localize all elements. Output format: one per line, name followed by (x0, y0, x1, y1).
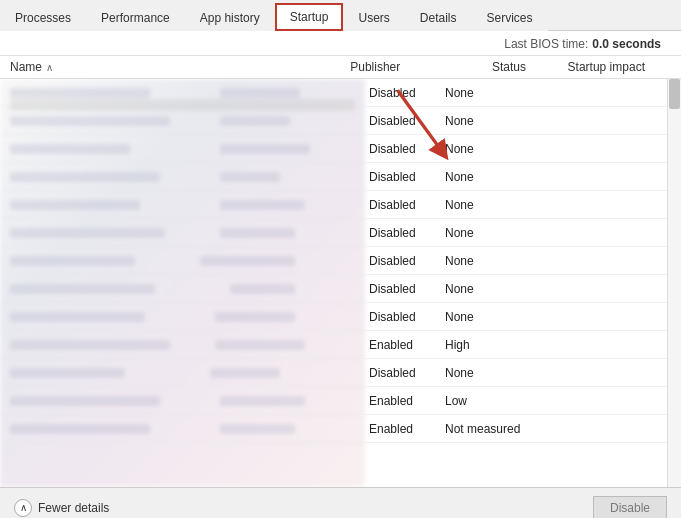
tab-users[interactable]: Users (343, 4, 404, 31)
bios-label: Last BIOS time: (504, 37, 588, 51)
tab-performance[interactable]: Performance (86, 4, 185, 31)
cell-impact: Not measured (445, 422, 565, 436)
cell-impact: None (445, 198, 565, 212)
cell-impact: None (445, 86, 565, 100)
cell-status: Enabled (365, 422, 445, 436)
cell-status: Disabled (365, 198, 445, 212)
disable-button[interactable]: Disable (593, 496, 667, 519)
cell-impact: None (445, 114, 565, 128)
cell-impact: None (445, 310, 565, 324)
tab-startup[interactable]: Startup (275, 3, 344, 31)
main-content: DisabledNoneDisabledNoneDisabledNoneDisa… (0, 79, 681, 487)
cell-impact: Low (445, 394, 565, 408)
fewer-details-icon: ∧ (14, 499, 32, 517)
fewer-details-button[interactable]: ∧ Fewer details (14, 499, 109, 517)
cell-status: Disabled (365, 142, 445, 156)
cell-impact: None (445, 282, 565, 296)
cell-status: Disabled (365, 310, 445, 324)
cell-impact: None (445, 170, 565, 184)
scrollbar-track[interactable] (667, 79, 681, 487)
cell-impact: None (445, 142, 565, 156)
table-row[interactable]: EnabledHigh (365, 331, 681, 359)
table-row[interactable]: EnabledLow (365, 387, 681, 415)
table-row[interactable]: DisabledNone (365, 191, 681, 219)
cell-status: Disabled (365, 366, 445, 380)
tab-app-history[interactable]: App history (185, 4, 275, 31)
tab-bar: Processes Performance App history Startu… (0, 0, 681, 31)
sort-arrow-icon: ∧ (46, 62, 53, 73)
column-headers: Name ∧ Publisher Status Startup impact (0, 56, 681, 79)
table-row[interactable]: DisabledNone (365, 359, 681, 387)
table-row[interactable]: DisabledNone (365, 163, 681, 191)
cell-status: Disabled (365, 170, 445, 184)
table-row[interactable]: DisabledNone (365, 107, 681, 135)
table-row[interactable]: EnabledNot measured (365, 415, 681, 443)
table-row[interactable]: DisabledNone (365, 79, 681, 107)
col-header-publisher[interactable]: Publisher (350, 60, 492, 74)
col-header-impact[interactable]: Startup impact (568, 60, 681, 74)
cell-status: Disabled (365, 86, 445, 100)
fewer-details-label: Fewer details (38, 501, 109, 515)
table-row[interactable]: DisabledNone (365, 247, 681, 275)
data-table: DisabledNoneDisabledNoneDisabledNoneDisa… (365, 79, 681, 443)
footer-bar: ∧ Fewer details Disable (0, 487, 681, 518)
right-panel: DisabledNoneDisabledNoneDisabledNoneDisa… (365, 79, 681, 487)
scrollbar-thumb[interactable] (669, 79, 680, 109)
table-row[interactable]: DisabledNone (365, 275, 681, 303)
cell-status: Disabled (365, 226, 445, 240)
tab-services[interactable]: Services (472, 4, 548, 31)
tab-details[interactable]: Details (405, 4, 472, 31)
cell-impact: None (445, 254, 565, 268)
tab-processes[interactable]: Processes (0, 4, 86, 31)
cell-status: Enabled (365, 394, 445, 408)
cell-status: Disabled (365, 282, 445, 296)
col-header-name[interactable]: Name ∧ (10, 60, 350, 74)
cell-impact: None (445, 366, 565, 380)
table-row[interactable]: DisabledNone (365, 219, 681, 247)
cell-impact: High (445, 338, 565, 352)
table-row[interactable]: DisabledNone (365, 135, 681, 163)
col-header-status[interactable]: Status (492, 60, 568, 74)
cell-status: Disabled (365, 254, 445, 268)
cell-impact: None (445, 226, 565, 240)
cell-status: Disabled (365, 114, 445, 128)
bios-bar: Last BIOS time: 0.0 seconds (0, 31, 681, 56)
cell-status: Enabled (365, 338, 445, 352)
bios-value: 0.0 seconds (592, 37, 661, 51)
left-panel-blurred (0, 79, 365, 487)
table-row[interactable]: DisabledNone (365, 303, 681, 331)
table-area: DisabledNoneDisabledNoneDisabledNoneDisa… (0, 79, 681, 487)
